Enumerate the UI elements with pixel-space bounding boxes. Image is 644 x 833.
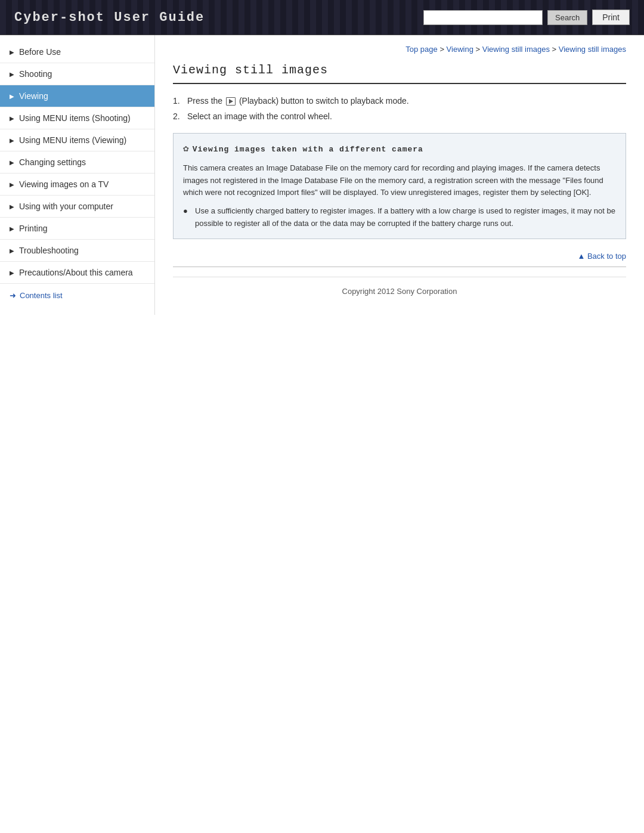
tip-icon: ✿ xyxy=(183,142,189,157)
chevron-right-icon: ▶ xyxy=(10,270,14,276)
sidebar-item-label: Viewing images on a TV xyxy=(19,179,109,189)
chevron-right-icon: ▶ xyxy=(10,93,14,100)
sidebar-item-using-menu-shooting[interactable]: ▶ Using MENU items (Shooting) xyxy=(0,107,154,129)
breadcrumb-viewing[interactable]: Viewing xyxy=(447,45,473,54)
sidebar-item-using-menu-viewing[interactable]: ▶ Using MENU items (Viewing) xyxy=(0,129,154,151)
sidebar-item-label: Shooting xyxy=(19,69,52,79)
sidebar-item-viewing[interactable]: ▶ Viewing xyxy=(0,85,154,107)
tip-title-text: Viewing images taken with a different ca… xyxy=(193,144,423,156)
copyright-text: Copyright 2012 Sony Corporation xyxy=(342,287,457,296)
sidebar-item-label: Before Use xyxy=(19,47,61,57)
breadcrumb-viewing-still[interactable]: Viewing still images xyxy=(482,45,550,54)
sidebar-item-label: Precautions/About this camera xyxy=(19,268,133,277)
sidebar-item-before-use[interactable]: ▶ Before Use xyxy=(0,41,154,63)
step-2: 2. Select an image with the control whee… xyxy=(173,112,626,121)
chevron-right-icon: ▶ xyxy=(10,71,14,78)
sidebar-item-printing[interactable]: ▶ Printing xyxy=(0,218,154,240)
sidebar-item-label: Using MENU items (Shooting) xyxy=(19,113,131,123)
tip-box: ✿ Viewing images taken with a different … xyxy=(173,133,626,239)
step-2-text: Select an image with the control wheel. xyxy=(187,112,332,121)
search-input[interactable] xyxy=(423,10,543,25)
print-button[interactable]: Print xyxy=(592,10,630,25)
sidebar-item-changing-settings[interactable]: ▶ Changing settings xyxy=(0,151,154,174)
step-1-number: 1. xyxy=(173,96,187,106)
chevron-right-icon: ▶ xyxy=(10,247,14,254)
sidebar-item-precautions[interactable]: ▶ Precautions/About this camera xyxy=(0,262,154,284)
chevron-right-icon: ▶ xyxy=(10,49,14,55)
tip-body: This camera creates an Image Database Fi… xyxy=(183,162,616,199)
back-to-top: ▲ Back to top xyxy=(173,251,626,261)
sidebar-item-using-computer[interactable]: ▶ Using with your computer xyxy=(0,196,154,218)
arrow-right-icon: ➜ xyxy=(10,291,16,300)
page-title: Viewing still images xyxy=(173,63,626,84)
tip-bullet-text: Use a sufficiently charged battery to re… xyxy=(195,205,616,230)
chevron-right-icon: ▶ xyxy=(10,181,14,188)
sidebar-item-label: Changing settings xyxy=(19,157,86,167)
sidebar-item-viewing-tv[interactable]: ▶ Viewing images on a TV xyxy=(0,174,154,196)
tip-bullet: ● Use a sufficiently charged battery to … xyxy=(183,205,616,230)
breadcrumb-top[interactable]: Top page xyxy=(405,45,438,54)
bullet-icon: ● xyxy=(183,205,193,218)
breadcrumb-current[interactable]: Viewing still images xyxy=(559,45,626,54)
contents-list-link[interactable]: ➜ Contents list xyxy=(0,284,154,307)
chevron-right-icon: ▶ xyxy=(10,115,14,122)
chevron-right-icon: ▶ xyxy=(10,159,14,166)
step-1: 1. Press the (Playback) button to switch… xyxy=(173,96,626,106)
app-title: Cyber-shot User Guide xyxy=(14,10,205,25)
tip-title: ✿ Viewing images taken with a different … xyxy=(183,142,616,157)
chevron-right-icon: ▶ xyxy=(10,137,14,144)
step-2-number: 2. xyxy=(173,112,187,121)
sidebar-item-troubleshooting[interactable]: ▶ Troubleshooting xyxy=(0,240,154,262)
sidebar-item-label: Using with your computer xyxy=(19,202,113,211)
steps-section: 1. Press the (Playback) button to switch… xyxy=(173,96,626,121)
sidebar-item-shooting[interactable]: ▶ Shooting xyxy=(0,63,154,85)
step-1-text: Press the (Playback) button to switch to… xyxy=(187,96,409,106)
contents-list-label: Contents list xyxy=(20,291,63,300)
chevron-right-icon: ▶ xyxy=(10,225,14,232)
sidebar-item-label: Viewing xyxy=(19,91,48,101)
sidebar-item-label: Using MENU items (Viewing) xyxy=(19,135,126,145)
sidebar-item-label: Printing xyxy=(19,224,47,233)
page-divider xyxy=(173,267,626,267)
breadcrumb: Top page > Viewing > Viewing still image… xyxy=(173,45,626,54)
sidebar-item-label: Troubleshooting xyxy=(19,246,79,255)
back-to-top-link[interactable]: ▲ Back to top xyxy=(577,252,626,261)
playback-icon xyxy=(226,97,236,106)
search-button[interactable]: Search xyxy=(547,10,587,25)
main-content: Top page > Viewing > Viewing still image… xyxy=(155,35,644,315)
footer: Copyright 2012 Sony Corporation xyxy=(173,277,626,305)
sidebar: ▶ Before Use ▶ Shooting ▶ Viewing ▶ Usin… xyxy=(0,35,155,315)
chevron-right-icon: ▶ xyxy=(10,203,14,210)
